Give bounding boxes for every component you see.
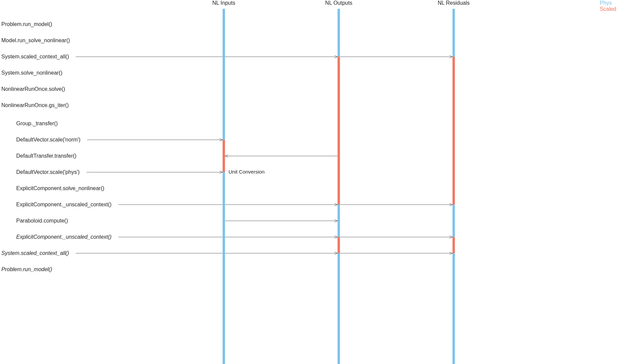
call-label: Model.run_solve_nonlinear()	[1, 37, 70, 44]
call-label: DefaultVector.scale('phys')	[16, 169, 80, 175]
lane-residuals-segment	[453, 205, 455, 237]
lane-outputs-segment	[338, 237, 340, 253]
call-label: ExplicitComponent._unscaled_context()	[16, 202, 112, 208]
lane-outputs-segment	[338, 205, 340, 237]
lane-residuals-segment	[453, 9, 455, 57]
call-label: NonlinearRunOnce.solve()	[1, 86, 65, 92]
lane-label-inputs: NL Inputs	[212, 0, 235, 6]
call-label: ExplicitComponent.solve_nonlinear()	[16, 185, 104, 191]
call-label: System.scaled_context_all()	[1, 250, 69, 256]
call-label: Group._transfer()	[16, 121, 58, 127]
annotation: Unit Conversion	[229, 169, 265, 175]
call-label: System.scaled_context_all()	[1, 54, 69, 60]
lane-outputs-segment	[338, 9, 340, 57]
diagram-canvas: Phys Scaled NL InputsNL OutputsNL Residu…	[0, 0, 619, 364]
lane-label-residuals: NL Residuals	[438, 0, 470, 6]
lane-label-outputs: NL Outputs	[325, 0, 352, 6]
arrow-layer	[0, 0, 619, 364]
call-label: Paraboloid.compute()	[16, 218, 68, 224]
lane-outputs-segment	[338, 57, 340, 205]
lane-residuals-segment	[453, 237, 455, 253]
lane-inputs-segment	[223, 172, 225, 364]
lane-outputs-segment	[338, 253, 340, 364]
lane-inputs-segment	[223, 140, 225, 172]
legend-phys: Phys	[600, 0, 616, 6]
call-label: Problem.run_model()	[1, 266, 52, 272]
lane-residuals-segment	[453, 57, 455, 205]
call-label: DefaultTransfer.transfer()	[16, 153, 76, 159]
legend-scaled: Scaled	[600, 6, 616, 12]
call-label: NonlinearRunOnce.gs_iter()	[1, 102, 69, 108]
lane-inputs-segment	[223, 9, 225, 140]
call-label: ExplicitComponent._unscaled_context()	[16, 234, 112, 240]
call-label: System.solve_nonlinear()	[1, 70, 63, 76]
call-label: Problem.run_model()	[1, 21, 52, 27]
legend: Phys Scaled	[600, 0, 616, 12]
lane-residuals-segment	[453, 253, 455, 364]
call-label: DefaultVector.scale('norm')	[16, 137, 80, 143]
